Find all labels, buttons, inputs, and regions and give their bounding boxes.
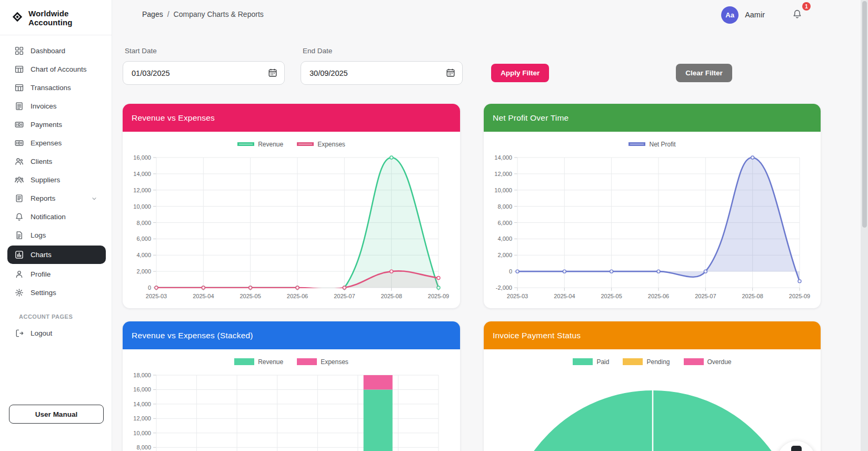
clients-icon (15, 157, 24, 166)
sidebar-item-dashboard[interactable]: Dashboard (0, 42, 105, 60)
topbar: Pages / Company Charts & Reports Aa Aami… (112, 0, 868, 29)
svg-text:10,000: 10,000 (133, 430, 151, 436)
end-date-input[interactable] (301, 61, 463, 85)
logout-icon (15, 329, 24, 338)
sidebar-item-expenses[interactable]: Expenses (0, 134, 105, 152)
breadcrumb-pages-link[interactable]: Pages (142, 10, 163, 18)
svg-text:12,000: 12,000 (133, 415, 151, 421)
sidebar-item-chart-of-accounts[interactable]: Chart of Accounts (0, 60, 105, 79)
svg-text:4,000: 4,000 (497, 236, 512, 242)
breadcrumb: Pages / Company Charts & Reports (142, 10, 264, 18)
svg-text:2025-07: 2025-07 (695, 293, 716, 299)
line-chart-canvas[interactable]: RevenueExpenses02,0004,0006,0008,00010,0… (123, 132, 460, 301)
legend-item-net-profit[interactable]: Net Profit (628, 141, 675, 148)
svg-text:2025-04: 2025-04 (554, 293, 575, 299)
sidebar-item-reports[interactable]: Reports (0, 189, 105, 208)
sidebar-item-label: Dashboard (31, 47, 65, 55)
legend-swatch (684, 358, 704, 365)
banknote-icon (15, 139, 24, 148)
card-revenue-expenses-stacked: Revenue vs Expenses (Stacked) RevenueExp… (123, 321, 460, 451)
legend-label: Paid (596, 358, 609, 366)
card-header: Net Profit Over Time (484, 104, 821, 132)
legend-item-expenses[interactable]: Expenses (297, 358, 348, 366)
sidebar-item-logout[interactable]: Logout (0, 324, 105, 342)
svg-text:0: 0 (509, 268, 512, 274)
sidebar-item-label: Charts (31, 251, 52, 259)
svg-text:2,000: 2,000 (497, 252, 512, 258)
legend-item-revenue[interactable]: Revenue (237, 141, 283, 148)
legend-label: Revenue (258, 358, 283, 366)
legend-label: Revenue (258, 141, 283, 148)
sidebar-item-payments[interactable]: Payments (0, 115, 105, 134)
user-cluster: Aa Aamir 1 (721, 5, 804, 25)
svg-text:8,000: 8,000 (136, 220, 151, 226)
sidebar-item-label: Logs (31, 231, 46, 239)
legend-swatch (297, 142, 314, 146)
invoice-icon (15, 102, 24, 111)
card-invoice-payment-status: Invoice Payment Status PaidPendingOverdu… (484, 321, 821, 451)
end-date-label: End Date (303, 47, 463, 55)
sidebar-item-clients[interactable]: Clients (0, 152, 105, 171)
card-header: Revenue vs Expenses (Stacked) (123, 321, 460, 349)
breadcrumb-separator: / (167, 10, 169, 18)
sidebar-item-settings[interactable]: Settings (0, 283, 105, 302)
start-date-label: Start Date (125, 47, 285, 55)
sidebar-item-label: Reports (31, 194, 55, 202)
calendar-icon[interactable] (446, 68, 455, 77)
sidebar-item-suppliers[interactable]: Suppliers (0, 171, 105, 189)
main-content: Pages / Company Charts & Reports Aa Aami… (112, 0, 868, 451)
legend-item-pending[interactable]: Pending (623, 358, 670, 366)
svg-text:16,000: 16,000 (133, 154, 151, 161)
scrollbar-thumb[interactable] (862, 1, 867, 228)
sidebar-item-label: Logout (31, 329, 52, 337)
bot-icon (791, 446, 802, 451)
clear-filter-button[interactable]: Clear Filter (676, 64, 732, 82)
sidebar-item-transactions[interactable]: Transactions (0, 79, 105, 97)
person-icon (15, 270, 24, 279)
chart-legend: RevenueExpenses (123, 140, 460, 148)
sidebar-item-label: Transactions (31, 84, 71, 92)
sidebar-nav: DashboardChart of AccountsTransactionsIn… (0, 35, 112, 302)
pie-chart-canvas[interactable]: PaidPendingOverdue (484, 349, 821, 451)
avatar[interactable]: Aa (721, 6, 739, 24)
svg-text:2,000: 2,000 (136, 268, 151, 274)
calendar-icon[interactable] (268, 68, 277, 77)
notification-count-badge: 1 (802, 2, 811, 11)
svg-text:2025-08: 2025-08 (742, 293, 763, 299)
legend-swatch (297, 358, 317, 365)
sidebar-item-label: Profile (31, 270, 51, 278)
user-name[interactable]: Aamir (745, 11, 765, 19)
sidebar-item-invoices[interactable]: Invoices (0, 97, 105, 115)
bar-chart-canvas[interactable]: RevenueExpenses02,0004,0006,0008,00010,0… (123, 349, 460, 451)
svg-text:2025-08: 2025-08 (381, 293, 402, 299)
line-chart-canvas[interactable]: Net Profit-2,00002,0004,0006,0008,00010,… (484, 132, 821, 301)
end-date-field: End Date (301, 47, 463, 85)
start-date-input[interactable] (123, 61, 285, 85)
sidebar-item-label: Notification (31, 213, 66, 221)
legend-item-revenue[interactable]: Revenue (234, 358, 283, 366)
sidebar-item-charts[interactable]: Charts (7, 246, 106, 264)
apply-filter-button[interactable]: Apply Filter (491, 64, 549, 82)
sidebar: Worldwide Accounting DashboardChart of A… (0, 0, 112, 451)
svg-text:4,000: 4,000 (136, 252, 151, 258)
sidebar-item-label: Suppliers (31, 176, 60, 184)
notification-bell-icon[interactable]: 1 (792, 9, 804, 25)
suppliers-icon (15, 175, 24, 184)
svg-text:8,000: 8,000 (497, 203, 512, 210)
svg-text:8,000: 8,000 (136, 444, 151, 450)
bell-icon (15, 212, 24, 221)
legend-label: Expenses (317, 141, 345, 148)
svg-text:2025-03: 2025-03 (146, 293, 167, 299)
sidebar-item-logs[interactable]: Logs (0, 226, 105, 244)
svg-text:2025-06: 2025-06 (287, 293, 308, 299)
svg-text:-2,000: -2,000 (496, 285, 512, 291)
user-manual-button[interactable]: User Manual (9, 405, 104, 424)
legend-item-overdue[interactable]: Overdue (684, 358, 732, 366)
svg-text:16,000: 16,000 (133, 386, 151, 393)
sidebar-item-profile[interactable]: Profile (0, 265, 105, 283)
legend-item-paid[interactable]: Paid (573, 358, 609, 366)
file-icon (15, 231, 24, 240)
legend-swatch (573, 358, 593, 365)
legend-item-expenses[interactable]: Expenses (297, 141, 345, 148)
sidebar-item-notification[interactable]: Notification (0, 208, 105, 226)
